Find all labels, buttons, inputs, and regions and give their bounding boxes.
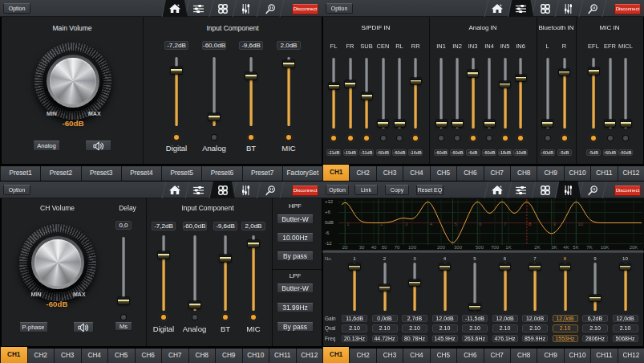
svg-text:10: 10 — [578, 222, 584, 226]
